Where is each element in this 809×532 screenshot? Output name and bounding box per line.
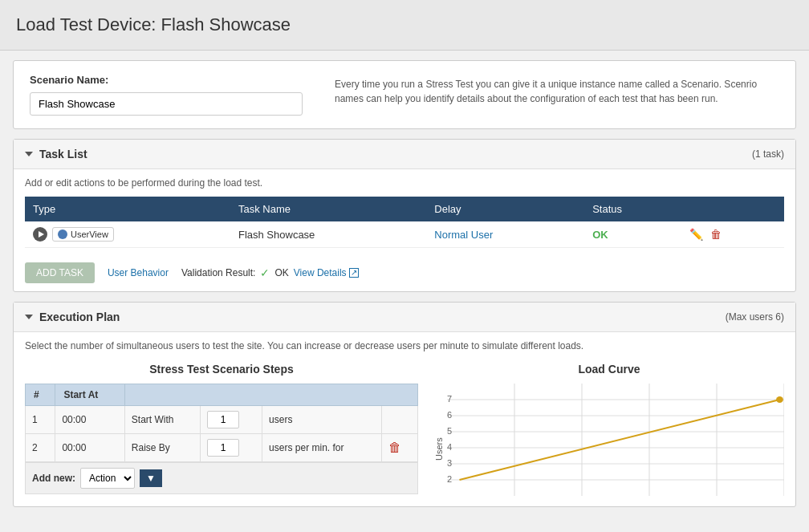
task-delay-cell: Normal User — [426, 221, 584, 248]
external-link-icon: ↗ — [349, 268, 359, 278]
stress-test-section: Stress Test Scenario Steps # Start At 1 — [25, 363, 418, 498]
exec-description: Select the number of simultaneous users … — [25, 340, 784, 351]
svg-text:7: 7 — [447, 395, 452, 404]
delete-icon[interactable]: 🗑 — [710, 228, 722, 241]
steps-col-start: Start At — [55, 384, 124, 406]
svg-point-18 — [776, 396, 783, 403]
user-behavior-link[interactable]: User Behavior — [108, 267, 169, 278]
delay-link[interactable]: Normal User — [434, 229, 493, 241]
execution-plan-card: Execution Plan (Max users 6) Select the … — [13, 302, 796, 507]
add-new-label: Add new: — [32, 473, 75, 484]
svg-text:6: 6 — [447, 411, 452, 420]
svg-text:4: 4 — [447, 443, 452, 452]
scenario-label: Scenario Name: — [30, 74, 303, 86]
task-list-title-group: Task List — [25, 148, 87, 160]
userview-label: UserView — [71, 229, 108, 239]
y-axis-label: Users — [434, 384, 444, 498]
execution-plan-meta: (Max users 6) — [726, 311, 784, 323]
task-type-cell: UserView — [25, 221, 230, 248]
task-list-card: Task List (1 task) Add or edit actions t… — [13, 139, 796, 292]
task-name-cell: Flash Showcase — [230, 221, 426, 248]
step-2-value-cell — [201, 434, 262, 462]
execution-plan-chevron-icon[interactable] — [25, 315, 33, 319]
scenario-card: Scenario Name: Every time you run a Stre… — [13, 60, 796, 129]
svg-text:3: 3 — [447, 459, 452, 468]
action-select[interactable]: Action — [80, 468, 135, 489]
step-row-2: 2 00:00 Raise By users per min. for 🗑 — [26, 434, 418, 462]
table-row: UserView Flash Showcase Normal User OK ✏… — [25, 221, 784, 248]
step-2-num: 2 — [26, 434, 55, 462]
step-2-value-input[interactable] — [207, 439, 239, 457]
col-type: Type — [25, 197, 230, 221]
step-1-value-input[interactable] — [207, 411, 239, 428]
validation-status: OK — [274, 267, 288, 278]
add-new-row: Add new: Action ▼ — [25, 462, 418, 494]
col-delay: Delay — [426, 197, 584, 221]
validation-label: Validation Result: — [181, 267, 256, 278]
step-1-action: Start With — [124, 406, 200, 434]
validation-check-icon: ✓ — [260, 266, 270, 279]
task-list-meta: (1 task) — [752, 148, 784, 160]
userview-icon — [58, 229, 67, 239]
steps-table: # Start At 1 00:00 Start With — [25, 384, 418, 462]
step-1-num: 1 — [26, 406, 55, 434]
step-1-start: 00:00 — [55, 406, 124, 434]
view-details-link[interactable]: View Details ↗ — [294, 267, 359, 278]
userview-badge: UserView — [52, 227, 114, 242]
svg-line-17 — [459, 400, 779, 480]
step-2-unit: users per min. for — [262, 434, 382, 462]
action-arrow-button[interactable]: ▼ — [140, 469, 162, 487]
scenario-name-input[interactable] — [30, 92, 303, 116]
edit-icon[interactable]: ✏️ — [689, 228, 703, 241]
task-list-chevron-icon[interactable] — [25, 152, 33, 156]
step-2-start: 00:00 — [55, 434, 124, 462]
col-actions — [681, 197, 784, 221]
task-list-header: Task List (1 task) — [14, 140, 795, 169]
step-2-action: Raise By — [124, 434, 200, 462]
execution-plan-title: Execution Plan — [39, 311, 120, 323]
scenario-help-text: Every time you run a Stress Test you can… — [335, 74, 779, 106]
svg-text:2: 2 — [447, 475, 452, 484]
task-description: Add or edit actions to be performed duri… — [25, 177, 784, 189]
validation-result: Validation Result: ✓ OK View Details ↗ — [181, 266, 359, 279]
col-task-name: Task Name — [230, 197, 426, 221]
svg-text:5: 5 — [447, 427, 452, 436]
page-title: Load Test Device: Flash Showcase — [16, 14, 793, 35]
execution-plan-title-group: Execution Plan — [25, 311, 120, 323]
steps-col-action — [124, 384, 417, 406]
chart-container: Users — [434, 384, 784, 498]
task-list-title: Task List — [39, 148, 87, 160]
stress-test-title: Stress Test Scenario Steps — [25, 363, 418, 376]
load-curve-chart: 7 6 5 4 3 2 — [447, 384, 784, 496]
task-table: Type Task Name Delay Status — [25, 197, 784, 248]
col-status: Status — [584, 197, 681, 221]
play-icon[interactable] — [33, 227, 47, 242]
steps-col-num: # — [26, 384, 55, 406]
step-1-delete — [382, 406, 418, 434]
load-curve-section: Load Curve Users — [434, 363, 784, 498]
step-row-1: 1 00:00 Start With users — [26, 406, 418, 434]
task-status-cell: OK — [584, 221, 681, 248]
step-2-delete[interactable]: 🗑 — [382, 434, 418, 462]
task-actions-cell: ✏️ 🗑 — [681, 221, 784, 248]
step-1-value-cell — [201, 406, 262, 434]
step-1-unit: users — [262, 406, 382, 434]
load-curve-title: Load Curve — [434, 363, 784, 376]
add-task-button[interactable]: ADD TASK — [25, 262, 95, 283]
page-header: Load Test Device: Flash Showcase — [0, 0, 809, 51]
chart-area: 7 6 5 4 3 2 — [447, 384, 784, 498]
step-2-delete-icon[interactable]: 🗑 — [388, 441, 401, 454]
execution-plan-header: Execution Plan (Max users 6) — [14, 303, 795, 332]
